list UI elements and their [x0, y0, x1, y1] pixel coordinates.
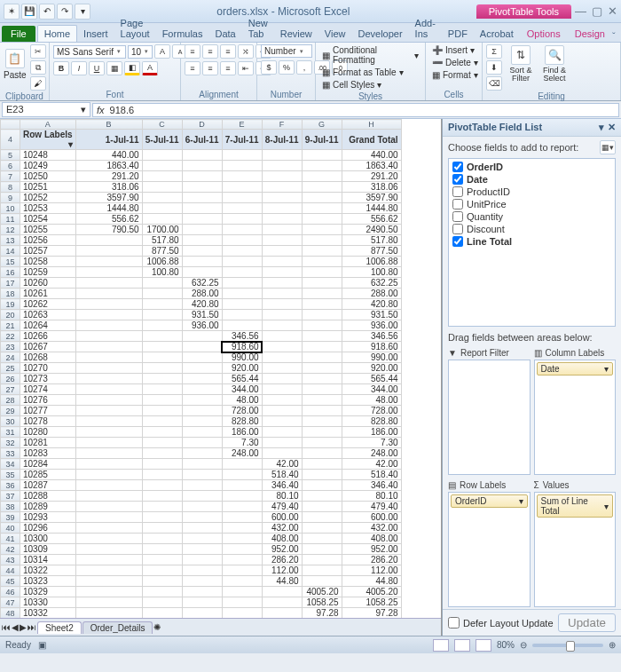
cell[interactable] [262, 161, 302, 171]
cell[interactable]: 877.50 [142, 246, 182, 257]
row-header[interactable]: 44 [1, 565, 20, 576]
cell[interactable] [182, 150, 222, 161]
field-checkbox[interactable] [452, 224, 463, 234]
cell[interactable]: 80.10 [342, 491, 401, 502]
cell[interactable] [75, 310, 142, 320]
cell[interactable] [262, 299, 302, 310]
bold-button[interactable]: B [53, 61, 69, 75]
cell[interactable] [75, 278, 142, 289]
cell[interactable]: 318.06 [75, 182, 142, 193]
cell[interactable] [142, 438, 182, 448]
cell[interactable] [182, 406, 222, 416]
cell[interactable]: 10281 [20, 438, 76, 448]
cell[interactable]: 877.50 [342, 246, 401, 257]
row-header[interactable]: 9 [1, 193, 20, 203]
cell[interactable] [142, 608, 182, 619]
cell[interactable]: 936.00 [342, 320, 401, 331]
cell[interactable] [302, 278, 342, 289]
cell[interactable] [182, 342, 222, 352]
row-header[interactable]: 37 [1, 491, 20, 502]
cell[interactable]: 7.30 [342, 438, 401, 448]
minimize-button[interactable]: — [575, 4, 586, 18]
cell[interactable] [222, 257, 262, 267]
cell[interactable] [222, 597, 262, 608]
tab-data[interactable]: Data [208, 26, 241, 42]
cell[interactable] [222, 278, 262, 289]
cell[interactable] [75, 363, 142, 374]
cell[interactable] [302, 565, 342, 576]
cell[interactable] [75, 491, 142, 502]
font-name-combo[interactable]: MS Sans Serif [53, 45, 126, 59]
cell[interactable] [75, 565, 142, 576]
field-checkbox[interactable] [452, 211, 463, 222]
cell[interactable] [142, 214, 182, 225]
cell[interactable] [75, 395, 142, 406]
cell[interactable]: 565.44 [222, 374, 262, 384]
close-button[interactable]: ✕ [608, 4, 617, 18]
cell[interactable]: 517.80 [342, 235, 401, 246]
cell[interactable] [142, 150, 182, 161]
cell[interactable]: 112.00 [342, 565, 401, 576]
cell[interactable] [75, 406, 142, 416]
sheet-tab-other[interactable]: Order_Details [83, 621, 153, 634]
cell[interactable]: 1006.88 [142, 257, 182, 267]
cell[interactable]: 346.40 [342, 480, 401, 491]
cell[interactable]: 44.80 [342, 576, 401, 587]
cell[interactable]: 10274 [20, 384, 76, 395]
macro-record-icon[interactable]: ▣ [38, 640, 46, 650]
tab-home[interactable]: Home [37, 25, 77, 42]
cell[interactable] [262, 374, 302, 384]
cell[interactable]: 990.00 [222, 352, 262, 363]
cell[interactable]: 918.60 [222, 342, 262, 352]
cell[interactable]: 10258 [20, 257, 76, 267]
cell[interactable]: 918.60 [342, 342, 401, 352]
italic-button[interactable]: I [71, 61, 87, 75]
cell[interactable] [302, 267, 342, 278]
cell[interactable] [142, 406, 182, 416]
zoom-in-icon[interactable]: ⊕ [609, 640, 616, 650]
cell[interactable] [222, 193, 262, 203]
undo-icon[interactable]: ↶ [39, 4, 55, 20]
cell[interactable]: 10248 [20, 150, 76, 161]
tab-nav-last[interactable]: ⏭ [28, 622, 36, 632]
cell[interactable] [222, 214, 262, 225]
view-break-icon[interactable] [476, 639, 491, 652]
currency-icon[interactable]: $ [261, 60, 277, 75]
area-row-labels[interactable]: OrderID▾ [448, 492, 531, 607]
cell[interactable]: 10330 [20, 597, 76, 608]
pivot-row-labels-header[interactable]: Row Labels ▾ [20, 130, 76, 150]
cell[interactable]: 10270 [20, 363, 76, 374]
cell[interactable]: 288.00 [342, 289, 401, 299]
cell[interactable] [182, 534, 222, 544]
zoom-level[interactable]: 80% [497, 640, 515, 650]
cell[interactable] [262, 587, 302, 597]
cell[interactable] [182, 257, 222, 267]
cell[interactable] [142, 374, 182, 384]
col-header[interactable]: E [222, 120, 262, 130]
row-header[interactable]: 19 [1, 299, 20, 310]
pivot-col-header[interactable]: 8-Jul-11 [262, 130, 302, 150]
cell[interactable]: 990.00 [342, 352, 401, 363]
formula-input[interactable]: fx918.6 [92, 103, 619, 117]
cell[interactable]: 10257 [20, 246, 76, 257]
cell[interactable] [75, 448, 142, 459]
delete-cells-button[interactable]: ➖Delete▾ [429, 57, 481, 68]
align-center-icon[interactable]: ≡ [202, 61, 218, 75]
cell[interactable]: 518.40 [262, 470, 302, 480]
cell[interactable] [182, 193, 222, 203]
cell[interactable] [302, 310, 342, 320]
cell[interactable]: 479.40 [262, 502, 302, 512]
cell[interactable]: 44.80 [262, 576, 302, 587]
cell[interactable] [262, 416, 302, 427]
cell[interactable] [75, 342, 142, 352]
cell[interactable] [75, 480, 142, 491]
cell[interactable] [182, 182, 222, 193]
tab-pdf[interactable]: PDF [442, 26, 474, 42]
col-header[interactable]: F [262, 120, 302, 130]
cell[interactable] [222, 587, 262, 597]
cell[interactable]: 186.00 [222, 427, 262, 438]
cell[interactable]: 100.80 [142, 267, 182, 278]
cell[interactable] [182, 416, 222, 427]
field-checkbox[interactable] [452, 174, 463, 185]
pivot-col-header[interactable]: 5-Jul-11 [142, 130, 182, 150]
